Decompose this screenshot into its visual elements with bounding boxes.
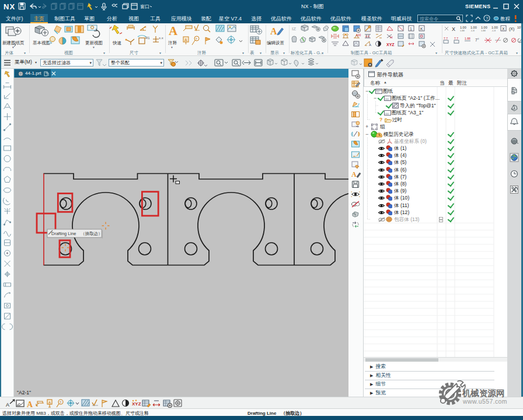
svg-text:A: A [27,400,33,409]
svg-text:?: ? [486,16,489,21]
svg-text:7.7: 7.7 [444,37,448,40]
svg-text:A: A [351,170,357,178]
svg-text:A: A [48,401,51,404]
svg-text:A: A [169,24,178,38]
svg-text:x.x: x.x [365,34,369,38]
svg-text:.1.8: .1.8 [470,29,475,32]
svg-text:?: ? [196,37,198,41]
svg-text:机械资源网: 机械资源网 [462,388,505,398]
svg-text:K: K [420,27,423,31]
svg-text:窗口: 窗口 [140,4,149,9]
svg-text:100: 100 [356,33,361,37]
svg-text:1.88: 1.88 [481,29,486,32]
svg-text:R1: R1 [145,36,150,40]
svg-text:A: A [6,402,9,408]
svg-text:A: A [369,43,371,47]
svg-text:XYZ: XYZ [386,43,395,47]
svg-text:-1.8: -1.8 [491,29,496,32]
svg-text:IZ: IZ [292,26,296,32]
svg-text:?: ? [60,401,61,404]
svg-text:H: H [390,36,392,39]
svg-text:www.u557.com: www.u557.com [462,398,507,405]
svg-text:A: A [270,26,277,36]
svg-text:教程: 教程 [500,16,511,22]
svg-text:A: A [184,38,187,42]
svg-text:Drafting Line （抽取边）: Drafting Line （抽取边） [51,231,103,236]
svg-text:"A2-1": "A2-1" [17,390,31,396]
svg-text:1.88: 1.88 [460,29,465,32]
svg-text:X: X [502,27,505,31]
svg-text:x.x: x.x [159,36,163,40]
svg-text:7°: 7° [475,38,479,42]
svg-text:X: X [452,26,455,32]
svg-text:(X): (X) [509,27,514,32]
svg-text:1.88: 1.88 [465,37,470,40]
svg-text:α: α [144,25,147,29]
svg-text:1: 1 [410,27,412,31]
svg-text:7.7: 7.7 [454,37,458,40]
svg-text:XYZ: XYZ [132,401,141,407]
